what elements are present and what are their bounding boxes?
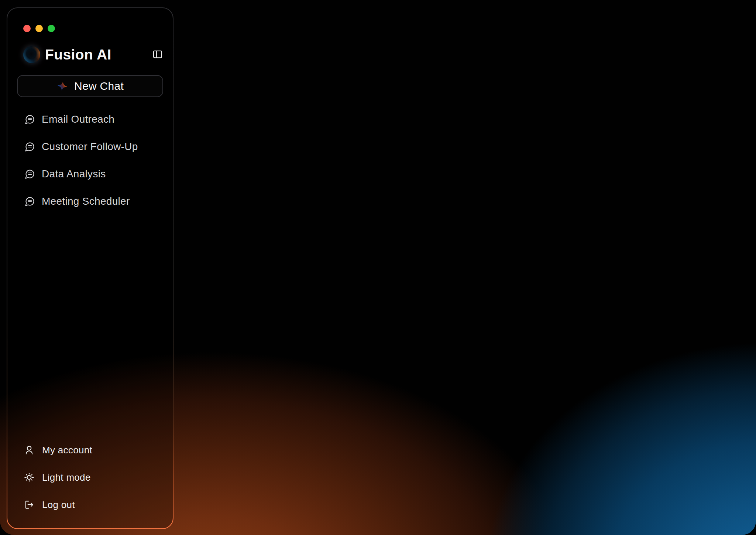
- close-button[interactable]: [23, 25, 31, 32]
- sidebar: Fusion AI: [7, 7, 173, 529]
- chat-bubble-icon: [25, 169, 35, 179]
- footer-item-label: My account: [42, 444, 92, 456]
- new-chat-label: New Chat: [74, 80, 124, 92]
- fusion-orb-logo-icon: [23, 46, 40, 63]
- sparkle-icon: [56, 80, 68, 92]
- chat-bubble-icon: [25, 114, 35, 125]
- maximize-button[interactable]: [48, 25, 55, 32]
- chat-item-meeting-scheduler[interactable]: Meeting Scheduler: [7, 191, 173, 212]
- chat-bubble-icon: [25, 196, 35, 207]
- brand-row: Fusion AI: [23, 46, 148, 64]
- app-title: Fusion AI: [45, 47, 111, 63]
- footer-item-label: Log out: [42, 499, 75, 511]
- chat-item-customer-follow-up[interactable]: Customer Follow-Up: [7, 136, 173, 157]
- panel-left-icon: [152, 49, 164, 60]
- window-controls: [23, 25, 55, 32]
- chat-item-data-analysis[interactable]: Data Analysis: [7, 164, 173, 184]
- chat-list: Email Outreach Customer Follow-Up: [7, 109, 173, 212]
- log-out-icon: [23, 499, 35, 510]
- minimize-button[interactable]: [35, 25, 43, 32]
- light-mode-button[interactable]: Light mode: [7, 466, 173, 488]
- chat-item-label: Email Outreach: [42, 113, 114, 125]
- user-icon: [23, 444, 35, 456]
- chat-item-email-outreach[interactable]: Email Outreach: [7, 109, 173, 130]
- footer-item-label: Light mode: [42, 472, 91, 483]
- chat-item-label: Data Analysis: [42, 168, 106, 180]
- sun-icon: [23, 472, 35, 483]
- sidebar-toggle-button[interactable]: [151, 48, 164, 61]
- chat-item-label: Meeting Scheduler: [42, 195, 130, 207]
- chat-bubble-icon: [25, 142, 35, 152]
- desktop: Fusion AI: [0, 0, 756, 535]
- sidebar-footer: My account Light mode: [7, 439, 173, 516]
- new-chat-button[interactable]: New Chat: [17, 75, 163, 97]
- log-out-button[interactable]: Log out: [7, 494, 173, 516]
- chat-item-label: Customer Follow-Up: [42, 141, 138, 153]
- my-account-button[interactable]: My account: [7, 439, 173, 461]
